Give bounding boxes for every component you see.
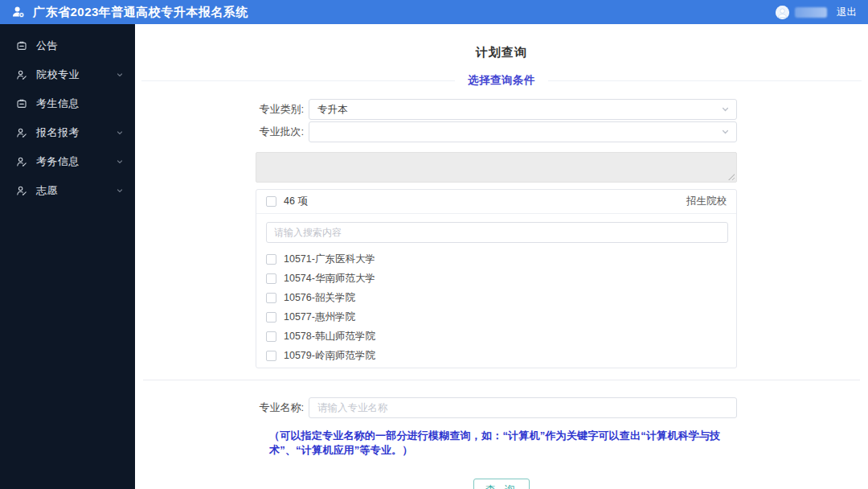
section-separator bbox=[143, 380, 860, 380]
sidebar-item-announcements[interactable]: 公告 bbox=[0, 31, 135, 60]
app-title: 广东省2023年普通高校专升本报名系统 bbox=[33, 5, 248, 20]
list-item[interactable]: 10571-广东医科大学 bbox=[266, 249, 727, 269]
list-item[interactable]: 10578-韩山师范学院 bbox=[266, 327, 727, 346]
panel-right-label: 招生院校 bbox=[686, 195, 727, 208]
major-name-input[interactable] bbox=[309, 397, 737, 418]
item-checkbox[interactable] bbox=[266, 351, 276, 361]
main-content: 计划查询 选择查询条件 专业类别: 专升本 专业批次: bbox=[135, 24, 868, 489]
query-button[interactable]: 查 询 bbox=[473, 479, 530, 489]
major-name-row: 专业名称: bbox=[256, 397, 737, 418]
notice-board-icon bbox=[16, 40, 27, 51]
institution-panel-header: 46 项 招生院校 bbox=[256, 190, 736, 214]
major-name-label: 专业名称: bbox=[256, 401, 304, 415]
select-all-checkbox[interactable] bbox=[266, 196, 276, 207]
chevron-down-icon bbox=[721, 128, 730, 137]
institution-list: 10571-广东医科大学 10574-华南师范大学 10576-韶关学院 105… bbox=[256, 249, 736, 368]
batch-select[interactable] bbox=[309, 121, 737, 142]
selected-batches-textarea bbox=[256, 152, 737, 183]
list-item[interactable]: 10574-华南师范大学 bbox=[266, 269, 727, 288]
notice-board-icon bbox=[16, 98, 27, 109]
app-header: 广东省2023年普通高校专升本报名系统 退出 bbox=[0, 0, 868, 24]
sidebar-item-candidate-info[interactable]: 考生信息 bbox=[0, 89, 135, 118]
sidebar-item-preferences[interactable]: 志愿 bbox=[0, 176, 135, 205]
section-divider: 选择查询条件 bbox=[141, 73, 862, 88]
person-add-icon bbox=[11, 5, 26, 19]
list-item[interactable]: 10579-岭南师范学院 bbox=[266, 346, 727, 365]
chevron-down-icon bbox=[116, 158, 124, 166]
item-checkbox[interactable] bbox=[266, 331, 276, 342]
username-redacted bbox=[795, 7, 827, 18]
person-edit-icon bbox=[16, 69, 27, 80]
category-row: 专业类别: 专升本 bbox=[256, 99, 737, 120]
sidebar-item-label: 考务信息 bbox=[36, 154, 116, 169]
item-checkbox[interactable] bbox=[266, 273, 276, 284]
sidebar-item-registration[interactable]: 报名报考 bbox=[0, 118, 135, 147]
person-edit-icon bbox=[16, 185, 27, 196]
logout-button[interactable]: 退出 bbox=[837, 6, 857, 19]
batch-label: 专业批次: bbox=[256, 125, 304, 139]
category-label: 专业类别: bbox=[256, 102, 304, 117]
chevron-down-icon bbox=[116, 129, 124, 137]
sidebar-item-label: 公告 bbox=[36, 39, 124, 53]
sidebar-item-label: 志愿 bbox=[36, 183, 116, 198]
sidebar-item-label: 报名报考 bbox=[36, 125, 116, 140]
chevron-down-icon bbox=[116, 187, 124, 195]
person-edit-icon bbox=[16, 156, 27, 167]
list-item[interactable]: 10576-韶关学院 bbox=[266, 288, 727, 307]
institution-search-input[interactable] bbox=[266, 222, 728, 243]
item-count: 46 项 bbox=[284, 195, 308, 208]
user-avatar-icon bbox=[776, 6, 789, 19]
select-query-conditions-link[interactable]: 选择查询条件 bbox=[455, 73, 548, 88]
sidebar-item-label: 考生信息 bbox=[36, 97, 124, 111]
item-checkbox[interactable] bbox=[266, 312, 276, 323]
chevron-down-icon bbox=[116, 71, 124, 79]
sidebar-item-exam-info[interactable]: 考务信息 bbox=[0, 147, 135, 176]
category-select[interactable]: 专升本 bbox=[309, 99, 737, 120]
list-item-partial bbox=[266, 365, 727, 368]
item-checkbox[interactable] bbox=[266, 293, 276, 303]
institution-panel: 46 项 招生院校 10571-广东医科大学 10574-华南师范大学 1057… bbox=[256, 189, 737, 368]
fuzzy-search-hint: （可以指定专业名称的一部分进行模糊查询，如：“计算机”作为关键字可以查出“计算机… bbox=[269, 429, 734, 457]
sidebar: 公告 院校专业 考生信息 bbox=[0, 24, 135, 489]
category-select-value: 专升本 bbox=[317, 103, 348, 117]
sidebar-item-label: 院校专业 bbox=[36, 68, 116, 82]
page-title: 计划查询 bbox=[135, 45, 868, 60]
sidebar-item-college-majors[interactable]: 院校专业 bbox=[0, 60, 135, 89]
list-item[interactable]: 10577-惠州学院 bbox=[266, 307, 727, 327]
item-checkbox[interactable] bbox=[266, 254, 276, 265]
person-edit-icon bbox=[16, 127, 27, 138]
batch-row: 专业批次: bbox=[256, 121, 737, 142]
chevron-down-icon bbox=[721, 105, 730, 114]
